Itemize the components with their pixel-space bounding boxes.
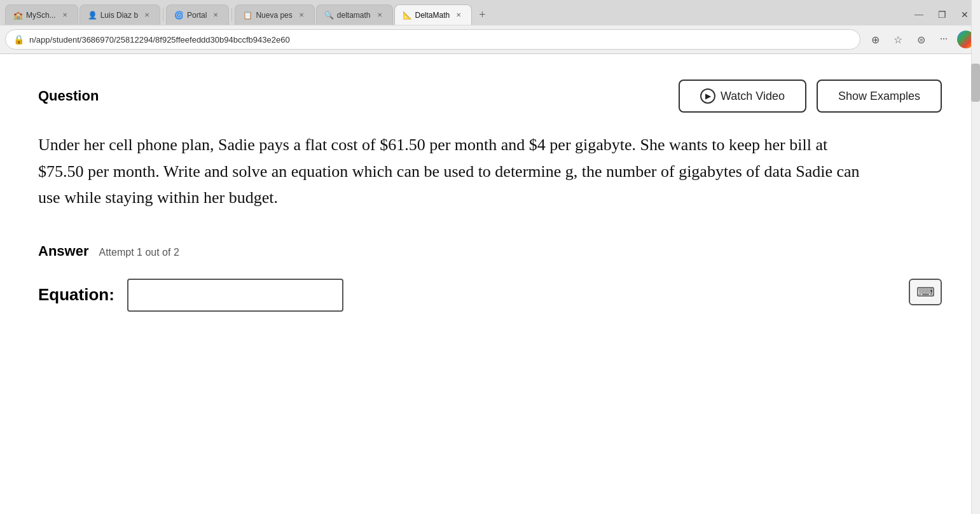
minimize-button[interactable]: —: [909, 6, 929, 24]
header-buttons: ▶ Watch Video Show Examples: [679, 80, 942, 113]
keyboard-icon: ⌨: [916, 284, 935, 300]
tab-separator: [163, 8, 163, 21]
tab-label-5: deltamath: [337, 11, 371, 20]
show-examples-button[interactable]: Show Examples: [817, 80, 942, 113]
tab-separator-2: [231, 8, 232, 21]
tab-label-4: Nueva pes: [256, 11, 292, 20]
new-tab-button[interactable]: +: [473, 6, 491, 24]
equation-label: Equation:: [38, 285, 114, 305]
tab-close-1[interactable]: ✕: [60, 10, 70, 20]
tab-close-4[interactable]: ✕: [296, 10, 307, 20]
tab-deltamath-active[interactable]: 📐 DeltaMath ✕: [394, 4, 473, 25]
tab-bar: 🏫 MySch... ✕ 👤 Luis Diaz b ✕ 🌀 Portal ✕ …: [0, 0, 980, 25]
tab-myschool[interactable]: 🏫 MySch... ✕: [5, 4, 78, 25]
browser-chrome: 🏫 MySch... ✕ 👤 Luis Diaz b ✕ 🌀 Portal ✕ …: [0, 0, 980, 54]
tab-favicon-5: 🔍: [324, 11, 333, 20]
keyboard-icon-button[interactable]: ⌨: [909, 279, 942, 305]
url-text: n/app/student/3686970/25812294/8f925ffee…: [29, 35, 852, 45]
page-content: Question ▶ Watch Video Show Examples Und…: [0, 54, 980, 514]
browser-actions: ⊕ ☆ ⊜ ···: [866, 30, 975, 49]
attempt-text: Attempt 1 out of 2: [99, 247, 179, 258]
question-header: Question ▶ Watch Video Show Examples: [38, 80, 942, 113]
tab-favicon-3: 🌀: [174, 11, 183, 20]
reading-list-button[interactable]: ⊜: [911, 30, 930, 49]
zoom-button[interactable]: ⊕: [866, 30, 885, 49]
play-icon: ▶: [700, 88, 715, 104]
question-label: Question: [38, 88, 99, 104]
scrollbar[interactable]: [971, 0, 980, 514]
tab-label-6: DeltaMath: [415, 11, 450, 20]
tab-close-2[interactable]: ✕: [142, 10, 152, 20]
watch-video-button[interactable]: ▶ Watch Video: [679, 80, 806, 113]
tab-label-3: Portal: [187, 11, 207, 20]
tab-favicon-1: 🏫: [13, 11, 22, 20]
answer-section: Answer Attempt 1 out of 2 ⌨ Equation:: [38, 243, 942, 312]
tab-luis-diaz[interactable]: 👤 Luis Diaz b ✕: [79, 4, 160, 25]
tab-favicon-6: 📐: [403, 11, 411, 20]
tab-close-5[interactable]: ✕: [375, 10, 385, 20]
tab-close-3[interactable]: ✕: [210, 10, 221, 20]
tab-label-1: MySch...: [26, 11, 56, 20]
equation-input[interactable]: [127, 279, 343, 312]
watch-video-label: Watch Video: [721, 90, 785, 103]
answer-label: Answer: [38, 243, 88, 260]
scrollbar-thumb[interactable]: [971, 64, 980, 102]
more-button[interactable]: ···: [934, 30, 953, 49]
tab-favicon-4: 📋: [243, 11, 252, 20]
tab-favicon-2: 👤: [88, 11, 97, 20]
tab-close-6[interactable]: ✕: [453, 10, 464, 20]
tab-portal[interactable]: 🌀 Portal ✕: [166, 4, 229, 25]
tab-label-2: Luis Diaz b: [100, 11, 138, 20]
equation-row: Equation:: [38, 279, 942, 312]
bookmark-button[interactable]: ☆: [888, 30, 908, 49]
url-box[interactable]: 🔒 n/app/student/3686970/25812294/8f925ff…: [5, 29, 860, 50]
question-text: Under her cell phone plan, Sadie pays a …: [38, 132, 865, 211]
show-examples-label: Show Examples: [838, 90, 920, 103]
window-controls: — ❐ ✕: [909, 6, 975, 24]
answer-header: Answer Attempt 1 out of 2: [38, 243, 942, 260]
tab-nueva-pes[interactable]: 📋 Nueva pes ✕: [235, 4, 314, 25]
tab-deltamath-search[interactable]: 🔍 deltamath ✕: [316, 4, 393, 25]
address-bar: 🔒 n/app/student/3686970/25812294/8f925ff…: [0, 25, 980, 53]
lock-icon: 🔒: [13, 34, 24, 45]
restore-button[interactable]: ❐: [932, 6, 952, 24]
